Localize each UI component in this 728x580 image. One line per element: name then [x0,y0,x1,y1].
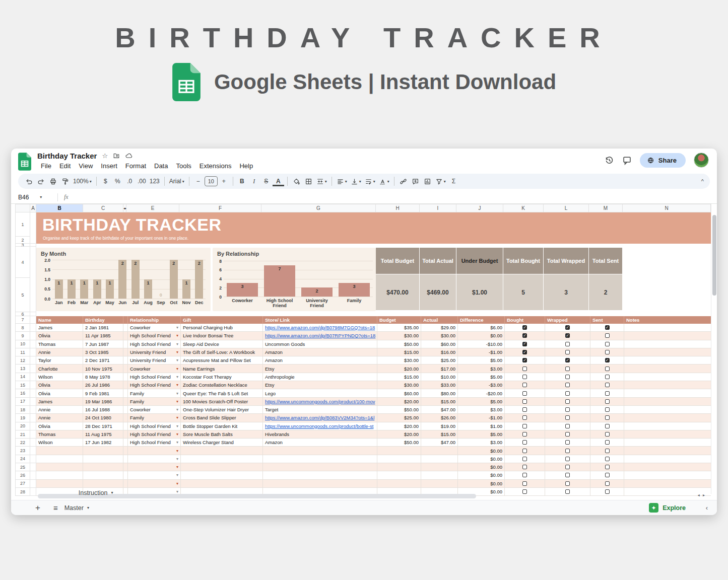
cell-bought[interactable]: ✓ [505,324,545,332]
cell-wrapped[interactable] [545,480,590,488]
cell-notes[interactable] [624,414,711,422]
cell-budget[interactable] [377,480,421,488]
cell-notes[interactable] [624,430,711,439]
summary-header-total-budget[interactable]: Total Budget [376,248,419,274]
cell-sent[interactable] [590,455,624,463]
cloud-status-icon[interactable] [125,152,133,160]
checkbox-bought[interactable] [522,440,527,445]
cell-actual[interactable]: $15.00 [421,398,458,406]
checkbox-bought[interactable] [522,457,527,461]
cell-wrapped[interactable] [545,406,590,414]
checkbox-wrapped[interactable] [565,481,570,486]
cell-actual[interactable]: $29.00 [421,324,458,332]
dropdown-arrow-icon[interactable]: ▾ [176,424,178,428]
dropdown-arrow-icon[interactable]: ▾ [176,465,178,469]
cell-sent[interactable] [590,414,624,422]
cell-col-a[interactable] [30,247,36,312]
chart-by-month[interactable]: By Month0.00.51.01.52.01Jan1Feb1Mar1Apr1… [36,248,211,311]
cell-name[interactable]: Olivia [36,422,83,430]
dropdown-arrow-icon[interactable]: ▾ [176,489,178,494]
toolbar-text-rotation-button[interactable]: ▾ [377,175,391,187]
cell-notes[interactable] [624,365,711,373]
cell-budget[interactable]: $15.00 [377,348,421,356]
cell-col-a[interactable] [30,212,36,244]
cell-actual[interactable]: $30.00 [421,332,458,340]
cell-birthday[interactable]: 11 Aug 1975 [83,430,123,439]
cell-notes[interactable] [624,373,711,381]
cell-sent[interactable] [590,389,624,397]
cell-actual[interactable] [421,480,458,488]
checkbox-bought[interactable] [522,473,527,477]
cell-name[interactable] [36,471,83,479]
cell-hidden-col[interactable] [123,406,128,414]
cell-col-a[interactable] [30,381,36,389]
menu-data[interactable]: Data [151,162,171,170]
checkbox-sent[interactable] [605,399,610,404]
cell-store[interactable] [263,480,377,488]
cell-gift[interactable]: Cross Band Slide Slipper [181,414,263,422]
cell-col-a[interactable] [30,422,36,430]
cell-col-a[interactable] [30,430,36,439]
column-header-b[interactable]: B [36,204,83,212]
cell-relationship[interactable]: University Friend▾ [128,348,181,356]
toolbar-paint-format-button[interactable] [59,175,71,187]
cell-col-a[interactable] [30,365,36,373]
checkbox-bought[interactable] [522,432,527,437]
checkbox-wrapped[interactable] [565,473,570,477]
column-header-n[interactable]: N [623,204,711,212]
cell-bought[interactable] [505,406,545,414]
row-header-8[interactable]: 8 [15,324,30,332]
store-link[interactable]: https://www.uncommongoods.com/product/10… [265,399,375,404]
cell-notes[interactable] [624,439,711,447]
move-folder-icon[interactable] [113,152,120,160]
cell-wrapped[interactable]: ✓ [545,332,590,340]
cell-birthday[interactable] [83,455,123,463]
row-header-23[interactable]: 23 [15,447,30,455]
toolbar-collapse-icon[interactable]: ^ [701,178,704,184]
cell-hidden-col[interactable] [123,447,128,455]
cell-relationship[interactable]: ▾ [128,455,181,463]
cell-birthday[interactable]: 10 Nov 1975 [83,365,123,373]
cell-col-a[interactable] [30,373,36,381]
checkbox-sent[interactable] [605,473,610,477]
cell-hidden-col[interactable] [123,463,128,471]
toolbar-print-button[interactable] [47,175,59,187]
checkbox-sent[interactable]: ✓ [605,358,610,362]
cell-bought[interactable] [505,480,545,488]
checkbox-wrapped[interactable] [565,424,570,428]
cell-budget[interactable] [377,455,421,463]
cell-hidden-col[interactable] [123,373,128,381]
cell-bought[interactable] [505,398,545,406]
table-header-birthday[interactable]: Birthday [83,316,123,324]
cell-name[interactable]: James [36,324,83,332]
checkbox-wrapped[interactable] [565,489,570,494]
cell-col-a[interactable] [30,312,36,316]
dropdown-arrow-icon[interactable]: ▾ [176,457,178,461]
cell-birthday[interactable] [83,463,123,471]
cell-store[interactable]: https://www.uncommongoods.com/product/bo… [263,422,377,430]
checkbox-sent[interactable] [605,342,610,346]
cell-gift[interactable]: One-Step Volumizer Hair Dryer [181,406,263,414]
cell-notes[interactable] [624,422,711,430]
dropdown-arrow-icon[interactable]: ▾ [176,342,178,346]
menu-insert[interactable]: Insert [97,162,121,170]
cell-difference[interactable]: $3.00 [458,439,505,447]
dropdown-arrow-icon[interactable]: ▾ [176,449,178,453]
row-header-10[interactable]: 10 [15,340,30,348]
cell-budget[interactable]: $30.00 [377,332,421,340]
cell-budget[interactable]: $30.00 [377,356,421,365]
cell-gift[interactable] [181,471,263,479]
cell-birthday[interactable]: 8 May 1978 [83,373,123,381]
column-header-l[interactable]: L [544,204,589,212]
toolbar-format-currency-button[interactable]: $ [100,175,111,187]
toolbar-functions-button[interactable]: Σ [448,175,459,187]
cell-gift[interactable] [181,447,263,455]
cell-budget[interactable] [377,447,421,455]
cell-difference[interactable]: $0.00 [458,471,505,479]
toolbar-vertical-align-button[interactable]: ▾ [349,175,363,187]
cell-budget[interactable]: $30.00 [377,381,421,389]
column-header-i[interactable]: I [420,204,456,212]
checkbox-wrapped[interactable] [565,367,570,371]
cell-notes[interactable] [624,463,711,471]
cell-name[interactable]: Wilson [36,439,83,447]
